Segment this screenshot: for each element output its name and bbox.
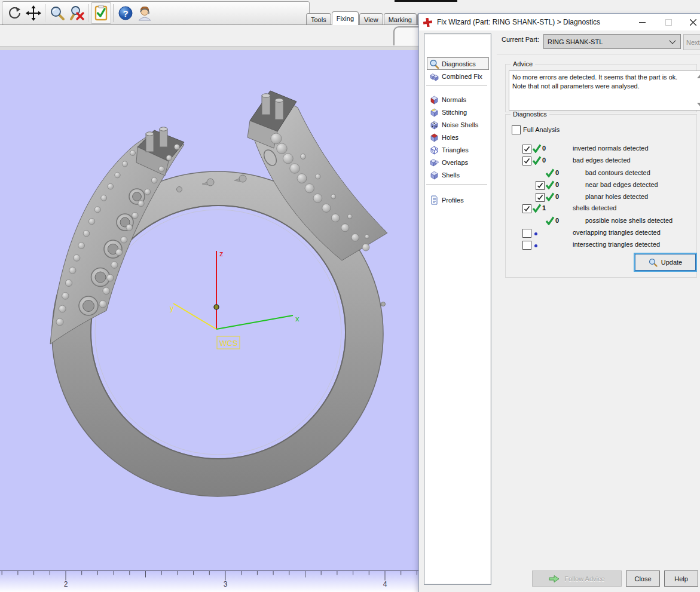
nav-item-overlaps[interactable]: Overlaps [427,156,489,168]
origin-marker [214,305,219,309]
nav-item-profiles[interactable]: Profiles [427,194,489,206]
cube-dots-icon [429,120,439,130]
diagnostic-row: 0 possible noise shells detected [506,217,696,226]
assistant-icon[interactable] [135,3,154,23]
tab-view[interactable]: View [359,13,383,25]
ok-check-icon [532,204,542,213]
nav-item-noise-shells[interactable]: Noise Shells [427,118,489,131]
full-analysis-label: Full Analysis [523,126,560,133]
wizard-nav-panel: Diagnostics Combined Fix Normals [424,33,491,585]
pending-dot-icon [534,244,537,247]
row-checkbox[interactable] [536,193,545,202]
zoom-icon[interactable] [48,3,67,23]
document-icon [429,195,439,205]
diagnostic-row: 1 shells detected [506,204,696,214]
help-button[interactable]: Help [664,570,698,587]
hidden-panel-corner [393,26,422,45]
update-button[interactable]: Update [635,254,696,271]
nav-separator [426,85,487,86]
chevron-down-icon [669,37,675,44]
minimize-button[interactable] [633,14,651,30]
magnifier-icon [429,59,439,69]
toolbar-separator [45,4,46,22]
magnifier-icon [649,258,658,267]
diagnostic-row: 0 bad contours detected [506,169,696,179]
toolbar-separator [113,4,114,22]
row-checkbox[interactable] [522,241,531,250]
advice-line-2: Note that not all parameters were analys… [512,82,695,91]
stacked-cubes-icon [429,72,439,81]
ring-left-arm [50,127,184,344]
help-icon[interactable]: ? [116,3,135,23]
nav-item-stitching[interactable]: Stitching [427,106,489,118]
full-analysis-checkbox[interactable] [512,125,521,134]
wcs-label: WCS [219,339,238,348]
diagnostic-row: 0 bad edges detected [506,157,696,166]
follow-advice-button[interactable]: Follow Advice [532,570,622,587]
cube-overlap-icon [429,158,439,167]
diagnostic-row: overlapping triangles detected [506,229,696,238]
cube-icon [429,170,439,180]
tab-fixing[interactable]: Fixing [332,11,359,25]
ok-check-icon [545,180,555,189]
next-button[interactable]: Next [683,34,700,50]
close-button[interactable] [684,14,700,30]
fix-wizard-dialog: Fix Wizard (Part: RING SHANK-STL) > Diag… [418,13,700,592]
diagnostic-row: intersecting triangles detected [506,241,696,250]
advice-group-label: Advice [511,60,535,68]
ruler-label-2: 2 [64,580,68,588]
close-icon [690,19,696,26]
z-axis-label: z [219,249,224,258]
unzoom-icon[interactable] [67,3,86,23]
wcs-axes: z x y WCS [170,249,299,349]
view-toolbar: ? [2,1,310,25]
toolbar-separator [88,4,89,22]
ok-check-icon [545,216,555,225]
scroll-down-icon[interactable] [697,103,700,106]
nav-item-holes[interactable]: Holes [427,131,489,143]
row-checkbox[interactable] [522,204,531,213]
nav-item-normals[interactable]: Normals [427,93,489,106]
row-checkbox[interactable] [522,229,531,238]
current-part-label: Current Part: [502,36,539,43]
help-glyph: ? [123,8,128,19]
nav-item-triangles[interactable]: Triangles [427,143,489,156]
magics-fix-wizard-screen: { "app": { "toolbar": { "icons": [ {"nam… [0,0,700,592]
diagnostic-row: 0 planar holes detected [506,193,696,203]
maximize-icon [665,19,672,26]
nav-item-shells[interactable]: Shells [427,168,489,181]
y-axis-label: y [170,303,174,312]
maximize-button[interactable] [659,14,677,30]
ok-check-icon [545,168,555,177]
advice-text-area[interactable]: No more errors are detected. It seems th… [509,70,700,111]
cube-red-face-icon [429,95,439,105]
tab-tools[interactable]: Tools [306,13,331,25]
fix-wizard-app-icon [423,18,432,27]
window-edge-fragment [395,0,457,2]
row-checkbox[interactable] [522,157,531,165]
diagnostics-group: Diagnostics Full Analysis 0 inverted nor… [505,114,697,278]
rotate-icon[interactable] [5,3,24,23]
pending-dot-icon [534,232,537,235]
tab-marking[interactable]: Marking [384,13,417,25]
nav-item-diagnostics[interactable]: Diagnostics [427,57,489,70]
dialog-titlebar[interactable]: Fix Wizard (Part: RING SHANK-STL) > Diag… [419,14,700,30]
close-dialog-button[interactable]: Close [626,570,660,587]
3d-viewport[interactable]: z x y WCS 2 3 4 [0,50,418,592]
ruler-label-3: 3 [224,580,228,588]
row-checkbox[interactable] [522,145,531,154]
report-icon[interactable] [91,2,111,24]
dialog-title: Fix Wizard (Part: RING SHANK-STL) > Diag… [437,18,600,26]
ok-check-icon [545,192,555,201]
scroll-up-icon[interactable] [697,75,700,78]
header-separator [497,54,700,55]
nav-separator [426,184,487,185]
nav-item-combined-fix[interactable]: Combined Fix [427,70,489,82]
row-checkbox[interactable] [536,181,545,190]
current-part-value: RING SHANK-STL [544,38,670,45]
cube-stitch-icon [429,108,439,117]
advice-group: Advice No more errors are detected. It s… [505,64,697,112]
pan-icon[interactable] [24,3,43,23]
current-part-select[interactable]: RING SHANK-STL [543,34,681,49]
main-toolbar-area: ? Tools Fixing View Marking Scenes Slici… [0,0,418,50]
